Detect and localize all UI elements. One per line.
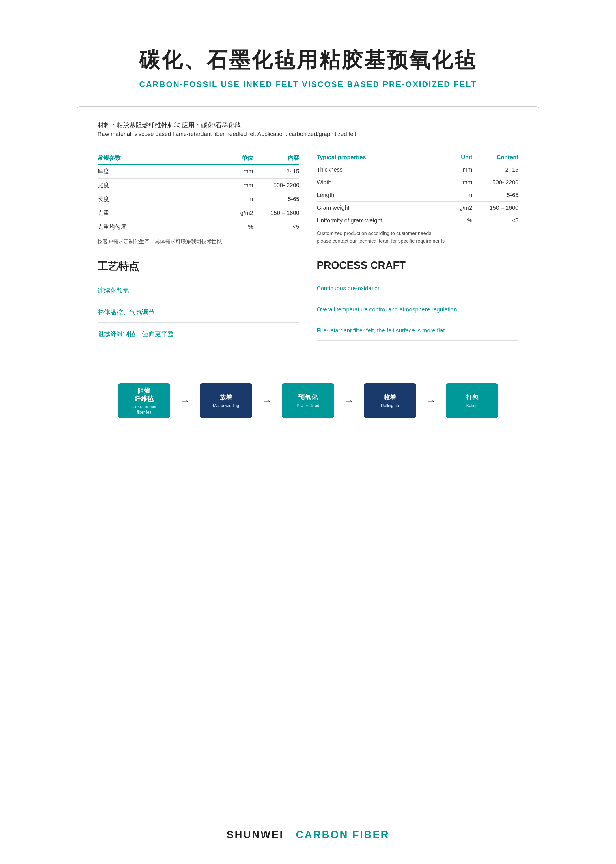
flow-step-5-title: 打包 (466, 393, 478, 402)
product-card: 材料：粘胶基阻燃纤维针刺毡 应用：碳化/石墨化毡 Raw material: v… (77, 106, 539, 444)
cn-params-table: 常规参数 单位 内容 厚度 mm 2- 15 宽度 mm 500- 2200 长… (97, 154, 299, 245)
en-unit-2: mm (438, 179, 472, 186)
cn-col-name: 常规参数 (97, 154, 218, 162)
cn-row-3: 长度 m 5-65 (97, 192, 299, 206)
cn-col-content: 内容 (253, 154, 299, 162)
en-param-2: Width (317, 179, 438, 186)
cn-col-unit: 单位 (218, 154, 253, 162)
cn-param-2: 宽度 (97, 181, 218, 189)
en-params-table: Typical properties Unit Content Thicknes… (317, 154, 519, 245)
craft-item-cn-3: 阻燃纤维制毡，毡面更平整 (97, 330, 299, 344)
craft-section: 工艺特点 连续化预氧 整体温控、气氛调节 阻燃纤维制毡，毡面更平整 PROCES… (97, 259, 519, 351)
cn-params-header: 常规参数 单位 内容 (97, 154, 299, 165)
flow-arrow-4: → (426, 394, 436, 407)
en-unit-1: mm (438, 166, 472, 173)
flow-step-1-title: 阻燃纤维毡 (135, 387, 154, 403)
craft-item-cn-1: 连续化预氧 (97, 286, 299, 301)
params-section: 常规参数 单位 内容 厚度 mm 2- 15 宽度 mm 500- 2200 长… (97, 154, 519, 245)
cn-row-2: 宽度 mm 500- 2200 (97, 178, 299, 192)
cn-unit-4: g/m2 (218, 210, 253, 216)
cn-row-1: 厚度 mm 2- 15 (97, 165, 299, 178)
flow-step-3-sub: Pre-oxidized (297, 403, 319, 408)
main-title-en: CARBON-FOSSIL USE INKED FELT VISCOSE BAS… (139, 80, 476, 89)
flow-arrow-3: → (344, 394, 354, 407)
en-param-1: Thickness (317, 166, 438, 173)
craft-item-en-3: Fire-retardant fiber felt, the felt surf… (317, 326, 519, 341)
flow-step-2-sub: Mat unwinding (213, 403, 239, 408)
cn-value-2: 500- 2200 (253, 182, 299, 189)
craft-title-cn: 工艺特点 (97, 259, 299, 274)
flow-step-1: 阻燃纤维毡 Fire-retardantfiber felt (118, 383, 170, 418)
flow-step-5: 打包 Baling (446, 383, 498, 418)
en-param-4: Gram weight (317, 205, 438, 211)
cn-note: 按客户需求定制化生产，具体需求可联系我司技术团队 (97, 238, 299, 245)
page-wrapper: 碳化、石墨化毡用粘胶基预氧化毡 CARBON-FOSSIL USE INKED … (0, 0, 616, 864)
cn-value-3: 5-65 (253, 196, 299, 202)
cn-param-3: 长度 (97, 195, 218, 203)
en-row-1: Thickness mm 2- 15 (317, 164, 519, 176)
craft-right: PROCESS CRAFT Continuous pre-oxidation O… (317, 259, 519, 351)
material-en: Raw material: viscose based flame-retard… (97, 131, 519, 137)
en-param-5: Uniformity of gram weight (317, 217, 438, 224)
cn-value-5: <5 (253, 224, 299, 230)
en-value-5: <5 (472, 217, 519, 224)
flow-step-1-sub: Fire-retardantfiber felt (132, 404, 156, 415)
flow-step-4-title: 收卷 (383, 393, 396, 402)
footer-brand-black: SHUNWEI (226, 829, 284, 840)
en-unit-5: % (438, 217, 472, 224)
material-info: 材料：粘胶基阻燃纤维针刺毡 应用：碳化/石墨化毡 Raw material: v… (97, 121, 519, 137)
flow-step-3: 预氧化 Pre-oxidized (282, 383, 334, 418)
flow-step-2: 放卷 Mat unwinding (200, 383, 252, 418)
craft-left: 工艺特点 连续化预氧 整体温控、气氛调节 阻燃纤维制毡，毡面更平整 (97, 259, 299, 351)
craft-item-en-2: Overall temperature control and atmosphe… (317, 305, 519, 320)
en-row-4: Gram weight g/m2 150 – 1600 (317, 202, 519, 214)
en-value-3: 5-65 (472, 192, 519, 199)
footer-brand-teal: CARBON FIBER (296, 829, 390, 840)
en-col-name: Typical properties (317, 154, 438, 161)
flow-arrow-2: → (262, 394, 272, 407)
en-col-unit: Unit (438, 154, 472, 161)
craft-divider-left (97, 279, 299, 279)
en-value-1: 2- 15 (472, 166, 519, 173)
flow-step-5-sub: Baling (467, 403, 478, 408)
footer: SHUNWEI CARBON FIBER (226, 812, 390, 841)
footer-brand: SHUNWEI CARBON FIBER (226, 829, 390, 841)
cn-unit-1: mm (218, 168, 253, 175)
flow-step-4-sub: Rolling up (381, 403, 399, 408)
en-row-5: Uniformity of gram weight % <5 (317, 214, 519, 227)
cn-value-4: 150 – 1600 (253, 210, 299, 216)
flow-step-4: 收卷 Rolling up (364, 383, 416, 418)
en-note: Customized production according to custo… (317, 229, 519, 245)
cn-unit-3: m (218, 196, 253, 202)
craft-item-en-1: Continuous pre-oxidation (317, 284, 519, 298)
cn-row-4: 克重 g/m2 150 – 1600 (97, 206, 299, 220)
flow-arrow-1: → (180, 394, 190, 407)
main-title-cn: 碳化、石墨化毡用粘胶基预氧化毡 (139, 46, 477, 74)
en-col-content: Content (472, 154, 519, 161)
cn-unit-5: % (218, 224, 253, 230)
en-unit-4: g/m2 (438, 205, 472, 211)
flow-divider (97, 369, 519, 369)
craft-divider-right (317, 277, 519, 277)
en-value-2: 500- 2200 (472, 179, 519, 186)
flow-step-3-title: 预氧化 (299, 393, 317, 402)
en-row-2: Width mm 500- 2200 (317, 176, 519, 189)
cn-param-5: 克重均匀度 (97, 223, 218, 231)
flow-step-2-title: 放卷 (220, 393, 233, 402)
cn-row-5: 克重均匀度 % <5 (97, 220, 299, 234)
flow-section: 阻燃纤维毡 Fire-retardantfiber felt → 放卷 Mat … (97, 383, 519, 418)
craft-two-col: 工艺特点 连续化预氧 整体温控、气氛调节 阻燃纤维制毡，毡面更平整 PROCES… (97, 259, 519, 351)
cn-unit-2: mm (218, 182, 253, 189)
craft-item-cn-2: 整体温控、气氛调节 (97, 308, 299, 323)
en-params-header: Typical properties Unit Content (317, 154, 519, 164)
en-value-4: 150 – 1600 (472, 205, 519, 211)
cn-param-4: 克重 (97, 209, 218, 217)
en-param-3: Length (317, 192, 438, 199)
cn-value-1: 2- 15 (253, 168, 299, 175)
cn-param-1: 厚度 (97, 167, 218, 175)
craft-title-en: PROCESS CRAFT (317, 259, 519, 271)
en-unit-3: m (438, 192, 472, 199)
en-row-3: Length m 5-65 (317, 189, 519, 202)
material-cn: 材料：粘胶基阻燃纤维针刺毡 应用：碳化/石墨化毡 (97, 121, 519, 130)
